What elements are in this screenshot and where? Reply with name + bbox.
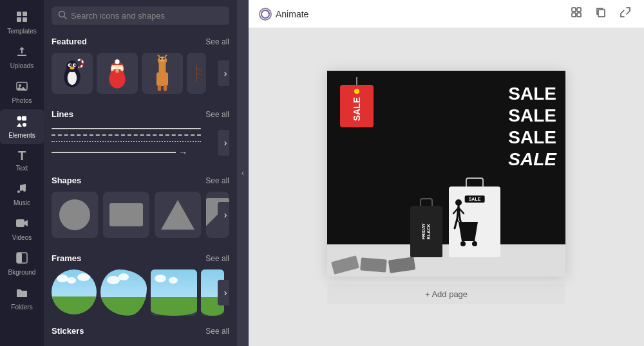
svg-point-12 (23, 189, 26, 192)
scattered-tags (332, 259, 415, 271)
shapes-section-header: Shapes See all (52, 170, 229, 185)
add-page-container: + Add page (327, 284, 565, 304)
frame-scene-3 (151, 269, 197, 316)
svg-rect-0 (17, 12, 21, 16)
frame-rect-item[interactable] (151, 269, 197, 316)
featured-item-penguin[interactable] (52, 53, 93, 94)
text-icon: T (18, 149, 26, 162)
duplicate-icon[interactable] (592, 4, 609, 24)
music-icon (15, 182, 28, 197)
frames-see-all[interactable]: See all (205, 254, 229, 263)
lines-next-button[interactable]: › (218, 130, 229, 156)
svg-rect-8 (22, 116, 26, 121)
featured-section-header: Featured See all (52, 32, 229, 46)
top-bar: Animate (249, 0, 644, 28)
search-bar (44, 0, 237, 32)
sidebar-item-label: Text (16, 165, 28, 172)
stickers-see-all[interactable]: See all (205, 327, 229, 336)
sidebar-item-label: Templates (7, 28, 37, 35)
svg-point-25 (70, 67, 74, 70)
svg-rect-45 (572, 8, 576, 12)
sidebar-item-label: Elements (8, 132, 35, 139)
lines-title: Lines (52, 109, 73, 119)
shapes-section: Shapes See all › (44, 170, 237, 248)
sidebar-item-photos[interactable]: Photos (0, 75, 44, 109)
svg-rect-40 (164, 85, 167, 91)
svg-rect-33 (156, 72, 168, 86)
uploads-icon (15, 45, 28, 60)
svg-point-32 (119, 67, 122, 69)
stickers-section-header: Stickers See all (44, 326, 237, 341)
bags-area: BLACKFRIDAY SALE (410, 187, 500, 257)
sidebar-item-label: Photos (12, 97, 32, 104)
templates-icon (15, 10, 28, 25)
svg-rect-47 (572, 13, 576, 17)
featured-see-all[interactable]: See all (205, 37, 229, 46)
elements-panel: Featured See all (44, 0, 237, 346)
search-icon (58, 10, 67, 21)
sidebar-item-elements[interactable]: Elements (0, 109, 44, 144)
featured-title: Featured (52, 37, 87, 46)
animate-label: Animate (276, 9, 308, 19)
sale-repeat-text: SALE SALE SALE SALE (508, 84, 556, 170)
shapes-see-all[interactable]: See all (205, 176, 229, 185)
black-friday-bag: BLACKFRIDAY (410, 206, 442, 257)
shape-rect-item[interactable] (103, 192, 149, 238)
canvas-frame[interactable]: SALE SALE SALE SALE SALE BL (327, 71, 565, 277)
sidebar-item-folders[interactable]: Folders (0, 281, 44, 316)
expand-icon[interactable] (617, 4, 634, 24)
featured-item-llama[interactable] (142, 53, 183, 94)
svg-rect-1 (23, 12, 27, 16)
lines-container: → › (52, 125, 229, 160)
photos-icon (15, 80, 28, 95)
svg-rect-39 (158, 85, 161, 91)
line-arrow[interactable]: → (52, 147, 229, 158)
frames-section-header: Frames See all (52, 248, 229, 263)
frame-circle-item[interactable] (52, 269, 97, 314)
featured-item-sticks[interactable] (187, 53, 206, 94)
canvas-area: Animate (249, 0, 644, 346)
featured-item-santa[interactable] (97, 53, 138, 94)
search-input-wrap[interactable] (52, 6, 229, 25)
svg-rect-13 (16, 219, 24, 227)
svg-point-24 (74, 64, 76, 66)
sidebar-item-uploads[interactable]: Uploads (0, 40, 44, 75)
bf-image: SALE SALE SALE SALE SALE BL (327, 71, 565, 277)
sidebar-item-music[interactable]: Music (0, 177, 44, 212)
sidebar-item-templates[interactable]: Templates (0, 5, 44, 40)
sidebar-item-text[interactable]: T Text (0, 144, 44, 177)
shapes-next-button[interactable]: › (218, 202, 229, 228)
svg-point-50 (460, 241, 466, 246)
page-view-icon[interactable] (568, 4, 585, 24)
frames-next-button[interactable]: › (218, 280, 229, 305)
shape-triangle-item[interactable] (155, 192, 201, 238)
sidebar-item-background[interactable]: Bkground (0, 246, 44, 281)
background-icon (15, 251, 28, 266)
frame-scene-2 (100, 269, 147, 316)
svg-rect-48 (577, 13, 581, 17)
svg-line-43 (196, 73, 202, 75)
line-dashed[interactable] (52, 134, 201, 136)
shape-circle-item[interactable] (52, 192, 98, 238)
search-input[interactable] (71, 11, 223, 21)
line-solid[interactable] (52, 128, 201, 129)
svg-marker-9 (17, 123, 22, 127)
frames-section: Frames See all (44, 248, 237, 326)
featured-next-button[interactable]: › (218, 60, 229, 86)
svg-rect-10 (23, 123, 26, 127)
sidebar-item-videos[interactable]: Videos (0, 212, 44, 246)
svg-point-19 (68, 71, 77, 85)
elements-icon (15, 114, 28, 129)
add-page-button[interactable]: + Add page (327, 284, 565, 304)
shapes-title: Shapes (52, 176, 81, 185)
lines-see-all[interactable]: See all (205, 110, 229, 119)
white-sale-bag: SALE (449, 187, 500, 257)
svg-point-31 (112, 67, 115, 69)
animate-button[interactable]: Animate (259, 8, 308, 21)
line-dotted[interactable] (52, 141, 201, 142)
frame-cloud-item[interactable] (100, 269, 147, 316)
svg-line-17 (64, 17, 67, 19)
panel-collapse-handle[interactable]: ‹ (237, 0, 249, 346)
svg-point-38 (163, 58, 165, 60)
top-bar-actions (568, 4, 634, 24)
